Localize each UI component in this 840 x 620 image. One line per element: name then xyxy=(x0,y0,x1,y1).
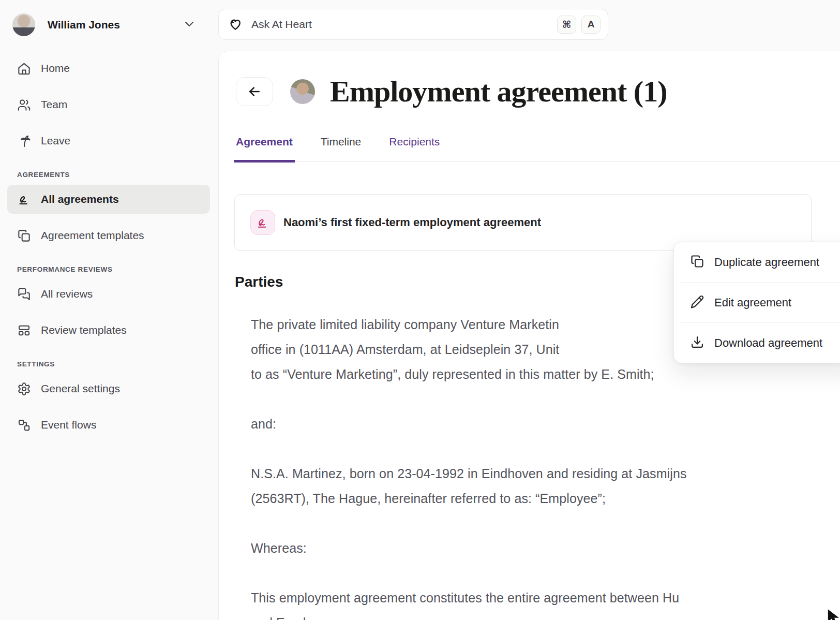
sidebar: William Jones Home Team Leave AGREEMENTS xyxy=(0,0,218,620)
sidebar-item-leave[interactable]: Leave xyxy=(7,126,210,155)
sidebar-item-label: All agreements xyxy=(41,193,119,205)
tab-bar: Agreement Timeline Recipients xyxy=(234,136,840,161)
download-icon xyxy=(690,335,704,351)
sidebar-item-label: Team xyxy=(41,98,67,111)
chat-bubbles-icon xyxy=(17,287,31,301)
app-window: William Jones Home Team Leave AGREEMENTS xyxy=(0,0,840,620)
workflow-icon xyxy=(17,418,31,432)
avatar xyxy=(290,79,315,104)
profile-switcher[interactable]: William Jones xyxy=(7,12,210,37)
sidebar-section-settings: SETTINGS xyxy=(17,360,210,368)
cmd-key-badge: ⌘ xyxy=(557,16,576,34)
gear-icon xyxy=(17,382,31,396)
avatar xyxy=(12,13,35,36)
sidebar-item-label: Event flows xyxy=(41,419,96,431)
sidebar-item-home[interactable]: Home xyxy=(7,54,210,83)
pencil-icon xyxy=(690,294,704,311)
sidebar-item-label: Home xyxy=(41,62,70,75)
menu-item-download-agreement[interactable]: Download agreement xyxy=(674,323,840,363)
sidebar-item-general-settings[interactable]: General settings xyxy=(7,374,210,403)
users-icon xyxy=(17,98,31,112)
sidebar-section-agreements: AGREEMENTS xyxy=(17,171,210,179)
sidebar-item-label: Review templates xyxy=(41,324,127,336)
palm-tree-icon xyxy=(17,134,31,148)
sidebar-item-label: General settings xyxy=(41,382,120,395)
sidebar-item-all-reviews[interactable]: All reviews xyxy=(7,279,210,308)
a-key-badge: A xyxy=(581,16,601,34)
sidebar-item-event-flows[interactable]: Event flows xyxy=(7,410,210,439)
sidebar-item-review-templates[interactable]: Review templates xyxy=(7,316,210,345)
profile-name: William Jones xyxy=(48,19,120,31)
at-heart-logo-icon xyxy=(228,17,243,32)
page-title: Employment agreement (1) xyxy=(330,74,667,109)
context-menu: Duplicate agreement Edit agreement Downl… xyxy=(673,242,840,363)
sidebar-item-label: All reviews xyxy=(41,288,93,300)
sidebar-item-all-agreements[interactable]: All agreements xyxy=(7,185,210,214)
sidebar-item-agreement-templates[interactable]: Agreement templates xyxy=(7,221,210,250)
signature-icon xyxy=(17,193,31,206)
sidebar-section-performance-reviews: PERFORMANCE REVIEWS xyxy=(17,265,210,273)
tab-agreement[interactable]: Agreement xyxy=(234,136,295,161)
copy-icon xyxy=(17,229,31,243)
layout-icon xyxy=(17,323,31,337)
tab-timeline[interactable]: Timeline xyxy=(319,136,364,161)
search-label: Ask At Heart xyxy=(251,18,312,31)
menu-item-edit-agreement[interactable]: Edit agreement xyxy=(674,283,840,322)
page-header: Employment agreement (1) xyxy=(236,74,840,109)
back-button[interactable] xyxy=(236,77,273,106)
keyboard-shortcut: ⌘ A xyxy=(557,16,601,34)
copy-icon xyxy=(690,254,704,271)
mouse-cursor xyxy=(827,609,840,620)
home-icon xyxy=(17,62,31,76)
menu-item-duplicate-agreement[interactable]: Duplicate agreement xyxy=(674,242,840,282)
signature-icon xyxy=(250,210,275,235)
sidebar-item-team[interactable]: Team xyxy=(7,90,210,119)
sidebar-item-label: Agreement templates xyxy=(41,229,144,242)
tab-recipients[interactable]: Recipients xyxy=(387,136,442,161)
sidebar-item-label: Leave xyxy=(41,135,70,147)
chevron-down-icon[interactable] xyxy=(183,18,196,32)
agreement-card-title: Naomi’s first fixed-term employment agre… xyxy=(283,216,541,229)
search-bar[interactable]: Ask At Heart ⌘ A xyxy=(218,9,608,40)
tab-divider xyxy=(234,161,840,162)
